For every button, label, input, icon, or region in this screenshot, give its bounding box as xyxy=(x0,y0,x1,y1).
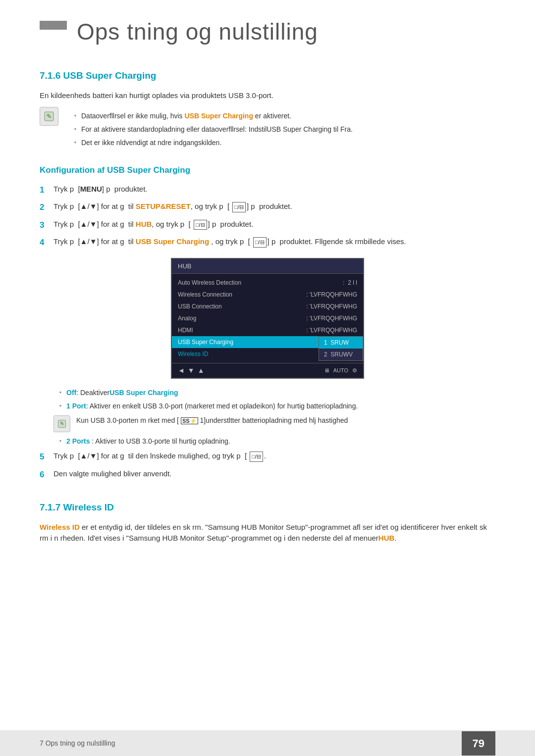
hub-menu-footer: ◄ ▼ ▲ 🖥 AUTO ⚙ xyxy=(172,363,363,378)
hub-nav-down: ▼ xyxy=(188,365,195,376)
hub-row-hdmi: HDMI : 'LVFRQQHFWHG xyxy=(172,324,363,336)
section-717: 7.1.7 Wireless ID Wireless ID er et enty… xyxy=(40,501,495,544)
hub-menu-image: HUB Auto Wireless Detection : 2 l l Wire… xyxy=(40,258,495,379)
section-716: 7.1.6 USB Super Charging En kildeenheds … xyxy=(40,69,495,481)
hub-menu-body: Auto Wireless Detection : 2 l l Wireless… xyxy=(172,274,363,363)
hub-row-auto-wireless: Auto Wireless Detection : 2 l l xyxy=(172,277,363,289)
subsection-title: Konfiguration af USB Super Charging xyxy=(40,164,495,177)
step-3: 3 Tryk p [▲/▼] for at g til HUB, og tryk… xyxy=(40,219,495,232)
bullet-1port: 1 Port: Aktiver en enkelt USB 3.0-port (… xyxy=(59,401,495,411)
steps-5-6: 5 Tryk p [▲/▼] for at g til den lnskede … xyxy=(40,451,495,481)
hub-row-analog: Analog : 'LVFRQQHFWHG xyxy=(172,312,363,324)
note-item-2: For at aktivere standardopladning eller … xyxy=(74,124,353,135)
hub-nav-settings: ⚙ xyxy=(352,366,357,375)
hub-submenu: 1 SRUW 2 SRUWV xyxy=(319,336,363,361)
section-716-title: 7.1.6 USB Super Charging xyxy=(40,69,495,83)
post-image-bullets: Off: DeaktiverUSB Super Charging 1 Port:… xyxy=(59,388,495,411)
step-6: 6 Den valgte mulighed bliver anvendt. xyxy=(40,468,495,481)
footer: 7 Ops tning og nulstilling 79 xyxy=(0,730,535,756)
sub-note-text: Kun USB 3.0-porten m rket med [ SS⚡ 1]un… xyxy=(76,415,348,426)
section-717-text: Wireless ID er et entydig id, der tildel… xyxy=(40,522,495,544)
hub-nav-monitor: 🖥 xyxy=(324,366,329,375)
bullet-off: Off: DeaktiverUSB Super Charging xyxy=(59,388,495,398)
hub-row-usb-conn: USB Connection : 'LVFRQQHFWHG xyxy=(172,301,363,312)
note-item-1: Dataoverfllrsel er ikke mulig, hvis USB … xyxy=(74,111,353,121)
footer-text: 7 Ops tning og nulstilling xyxy=(40,738,115,749)
sub-note-icon: ✎ xyxy=(54,415,70,432)
step-4: 4 Tryk p [▲/▼] for at g til USB Super Ch… xyxy=(40,236,495,249)
hub-row-wireless-conn: Wireless Connection : 'LVFRQQHFWHG xyxy=(172,289,363,301)
page-header: Ops tning og nulstilling xyxy=(40,15,495,49)
step-2: 2 Tryk p [▲/▼] for at g til SETUP&RESET,… xyxy=(40,201,495,214)
hub-nav-right: 🖥 AUTO ⚙ xyxy=(324,366,357,375)
header-accent xyxy=(40,21,67,30)
hub-row-usb-super-wrap: USB Super Charging : 2 l l 1 SRUW 2 SRUW… xyxy=(172,336,363,348)
hub-menu-header: HUB xyxy=(172,259,363,274)
section-716-intro: En kildeenheds batteri kan hurtigt oplad… xyxy=(40,90,495,101)
bullet-2ports-item: 2 Ports : Aktiver to USB 3.0-porte til h… xyxy=(59,436,495,447)
sub-note-box: ✎ Kun USB 3.0-porten m rket med [ SS⚡ 1]… xyxy=(54,415,495,432)
steps-list: 1 Tryk p [MENU] p produktet. 2 Tryk p [▲… xyxy=(40,184,495,249)
step-5: 5 Tryk p [▲/▼] for at g til den lnskede … xyxy=(40,451,495,463)
hub-menu: HUB Auto Wireless Detection : 2 l l Wire… xyxy=(171,258,364,379)
svg-text:✎: ✎ xyxy=(47,113,52,120)
hub-submenu-item-1: 1 SRUW xyxy=(319,337,363,349)
note-content: Dataoverfllrsel er ikke mulig, hvis USB … xyxy=(64,107,353,152)
hub-nav-auto: AUTO xyxy=(333,366,348,375)
hub-nav-up: ▲ xyxy=(198,365,205,376)
step-1: 1 Tryk p [MENU] p produktet. xyxy=(40,184,495,197)
section-717-title: 7.1.7 Wireless ID xyxy=(40,501,495,515)
svg-text:✎: ✎ xyxy=(60,421,64,426)
note-icon: ✎ xyxy=(40,107,58,126)
hub-submenu-item-2: 2 SRUWV xyxy=(319,349,363,360)
note-box: ✎ Dataoverfllrsel er ikke mulig, hvis US… xyxy=(40,107,495,152)
footer-page: 79 xyxy=(462,731,495,756)
hub-nav-left: ◄ xyxy=(178,365,185,376)
hub-nav-icons: ◄ ▼ ▲ xyxy=(178,365,205,376)
page-title: Ops tning og nulstilling xyxy=(77,15,318,49)
note-item-3: Det er ikke nldvendigt at ndre indgangsk… xyxy=(74,138,353,148)
bullet-2ports: 2 Ports : Aktiver to USB 3.0-porte til h… xyxy=(59,436,495,447)
